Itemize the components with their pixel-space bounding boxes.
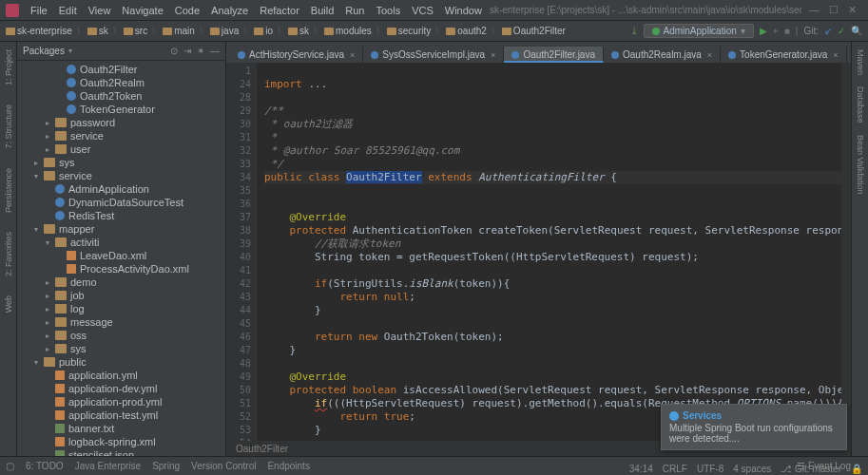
- tool-tab[interactable]: Maven: [856, 49, 865, 75]
- breadcrumb-item[interactable]: security: [387, 26, 431, 36]
- tree-item[interactable]: ▸oss: [17, 329, 225, 342]
- encoding[interactable]: UTF-8: [697, 464, 723, 474]
- error-stripe[interactable]: [841, 63, 851, 441]
- tool-tab[interactable]: Database: [856, 86, 865, 124]
- build-icon[interactable]: ⤓: [630, 26, 638, 36]
- status-hide-icon[interactable]: ▢: [6, 461, 14, 471]
- tree-item[interactable]: ▸password: [17, 116, 225, 129]
- editor-tab[interactable]: ActHistoryService.java×: [230, 47, 363, 63]
- tree-item[interactable]: stencilset.json: [17, 448, 225, 456]
- git-push-icon[interactable]: ✓: [838, 26, 845, 36]
- menu-navigate[interactable]: Navigate: [116, 3, 168, 18]
- menu-tools[interactable]: Tools: [370, 3, 406, 18]
- caret-pos[interactable]: 34:14: [629, 464, 653, 474]
- breadcrumb-item[interactable]: sk: [288, 26, 309, 36]
- tree-item[interactable]: application-test.yml: [17, 408, 225, 422]
- run-config-combo[interactable]: AdminApplication ▾: [644, 24, 754, 38]
- tree-item[interactable]: Oauth2Filter: [17, 63, 225, 76]
- tree-item[interactable]: Oauth2Realm: [17, 76, 225, 89]
- tree-item[interactable]: DynamicDataSourceTest: [17, 196, 225, 209]
- breadcrumb-item[interactable]: modules: [324, 26, 372, 36]
- tool-tab[interactable]: 7: Structure: [4, 104, 13, 149]
- menu-window[interactable]: Window: [439, 3, 488, 18]
- git-branch[interactable]: ⎇ Git: master: [781, 464, 841, 474]
- breadcrumb-item[interactable]: main: [163, 26, 195, 36]
- tree-item[interactable]: ▾mapper: [17, 222, 225, 236]
- notification-popup[interactable]: Services Multiple Spring Boot run config…: [661, 404, 847, 450]
- breadcrumb-item[interactable]: java: [210, 26, 239, 36]
- collapse-icon[interactable]: ⇥: [183, 46, 191, 56]
- status-item[interactable]: Java Enterprise: [75, 461, 141, 471]
- editor-tab[interactable]: TokenGenerator.java×: [721, 47, 847, 63]
- run-icon[interactable]: ▶: [760, 26, 767, 36]
- tool-tab[interactable]: Bean Validation: [856, 135, 865, 194]
- tool-tab[interactable]: 2: Favorites: [4, 232, 13, 276]
- indent[interactable]: 4 spaces: [733, 464, 771, 474]
- tree-item[interactable]: AdminApplication: [17, 182, 225, 196]
- tree-item[interactable]: ▸sys: [17, 342, 225, 355]
- menu-vcs[interactable]: VCS: [406, 3, 439, 18]
- code-editor[interactable]: import ... /** * oauth2过滤器 * * @author S…: [257, 63, 841, 441]
- breadcrumb-item[interactable]: sk: [87, 26, 108, 36]
- breadcrumb-item[interactable]: sk-enterprise: [6, 26, 72, 36]
- menu-refactor[interactable]: Refactor: [254, 3, 305, 18]
- stop-icon[interactable]: ■: [784, 26, 790, 36]
- editor-tab[interactable]: SysOssServiceImpl.java×: [363, 47, 504, 63]
- maximize-icon[interactable]: ☐: [829, 4, 839, 16]
- lock-icon[interactable]: 🔒: [851, 464, 862, 474]
- project-panel: Packages▾ ⊙ ⇥ ✶ — Oauth2FilterOauth2Real…: [17, 42, 226, 456]
- tree-item[interactable]: ▸job: [17, 289, 225, 302]
- tree-item[interactable]: RedisTest: [17, 209, 225, 222]
- tree-item[interactable]: ▾activiti: [17, 236, 225, 249]
- menu-edit[interactable]: Edit: [53, 3, 83, 18]
- breadcrumb-item[interactable]: io: [254, 26, 273, 36]
- status-item[interactable]: Endpoints: [267, 461, 309, 471]
- minimize-icon[interactable]: —: [809, 4, 820, 16]
- close-icon[interactable]: ✕: [848, 4, 857, 16]
- tree-item[interactable]: banner.txt: [17, 422, 225, 435]
- breadcrumb-item[interactable]: src: [124, 26, 147, 36]
- menu-file[interactable]: File: [25, 3, 53, 18]
- locate-icon[interactable]: ⊙: [170, 46, 178, 56]
- editor-tab[interactable]: Oauth2Realm.java×: [604, 47, 721, 63]
- tool-tab[interactable]: Web: [4, 295, 13, 313]
- project-tree[interactable]: Oauth2FilterOauth2RealmOauth2TokenTokenG…: [17, 61, 225, 456]
- tree-item[interactable]: application.yml: [17, 369, 225, 382]
- hide-icon[interactable]: —: [210, 46, 220, 56]
- tree-item[interactable]: ▾service: [17, 169, 225, 182]
- settings-icon[interactable]: ✶: [197, 46, 204, 56]
- tree-item[interactable]: ▸sys: [17, 156, 225, 169]
- git-pull-icon[interactable]: ↙: [824, 26, 832, 36]
- tree-item[interactable]: ▸demo: [17, 276, 225, 289]
- tree-item[interactable]: logback-spring.xml: [17, 435, 225, 448]
- menu-run[interactable]: Run: [339, 3, 370, 18]
- tree-item[interactable]: application-dev.yml: [17, 382, 225, 395]
- menu-analyze[interactable]: Analyze: [205, 3, 254, 18]
- breadcrumb-item[interactable]: Oauth2Filter: [502, 26, 566, 36]
- status-item[interactable]: 6: TODO: [26, 461, 64, 471]
- tree-item[interactable]: ▸service: [17, 129, 225, 142]
- line-sep[interactable]: CRLF: [663, 464, 687, 474]
- breadcrumb-item[interactable]: oauth2: [446, 26, 487, 36]
- status-item[interactable]: Version Control: [191, 461, 256, 471]
- tree-item[interactable]: application-prod.yml: [17, 395, 225, 408]
- tree-item[interactable]: ▸message: [17, 315, 225, 329]
- tree-item[interactable]: ProcessActivityDao.xml: [17, 262, 225, 276]
- tree-item[interactable]: Oauth2Token: [17, 89, 225, 103]
- menu-build[interactable]: Build: [305, 3, 339, 18]
- debug-icon[interactable]: ⌖: [773, 26, 779, 37]
- tree-item[interactable]: ▸user: [17, 142, 225, 156]
- tree-item[interactable]: ▾public: [17, 355, 225, 369]
- tool-tab[interactable]: Persistence: [4, 168, 13, 213]
- tool-tab[interactable]: 1: Project: [4, 49, 13, 86]
- editor-tab[interactable]: Oauth2Filter.java: [504, 47, 604, 63]
- menu-view[interactable]: View: [83, 3, 117, 18]
- project-header: Packages▾ ⊙ ⇥ ✶ —: [17, 42, 225, 61]
- project-view-combo[interactable]: Packages▾: [23, 46, 72, 56]
- status-item[interactable]: Spring: [152, 461, 180, 471]
- menu-code[interactable]: Code: [169, 3, 205, 18]
- search-icon[interactable]: 🔍: [851, 26, 862, 36]
- tree-item[interactable]: LeaveDao.xml: [17, 249, 225, 262]
- tree-item[interactable]: TokenGenerator: [17, 103, 225, 116]
- tree-item[interactable]: ▸log: [17, 302, 225, 315]
